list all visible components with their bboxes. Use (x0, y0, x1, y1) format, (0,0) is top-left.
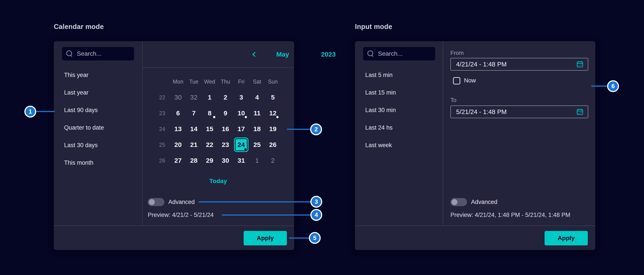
day-cell[interactable]: 10 (233, 105, 249, 121)
annotation-line-4 (222, 215, 310, 216)
search-input[interactable]: Search... (62, 47, 134, 61)
to-date-field[interactable]: 5/21/24 - 1:48 PM (450, 105, 588, 118)
to-label: To (450, 97, 456, 103)
day-cell[interactable]: 11 (249, 105, 265, 121)
now-checkbox[interactable] (453, 77, 460, 84)
day-cell[interactable]: 28 (186, 153, 202, 168)
day-cell[interactable]: 4 (249, 89, 265, 105)
sidebar-item[interactable]: Last week (355, 136, 443, 154)
day-cell[interactable]: 7 (186, 105, 202, 121)
sidebar-item[interactable]: Last 24 hs (355, 119, 443, 136)
day-cell[interactable]: 31 (233, 153, 249, 168)
day-cell[interactable]: 20 (170, 137, 186, 153)
annotation-line-5 (289, 238, 309, 239)
day-cell[interactable]: 25 (249, 137, 265, 153)
day-cell[interactable]: 5 (265, 89, 281, 105)
annotation-badge-6: 6 (607, 80, 619, 92)
weekday-header: Mon (170, 74, 186, 89)
weekday-header-spacer (154, 74, 170, 89)
weekday-header: Thu (218, 74, 233, 89)
day-cell[interactable]: 14 (186, 121, 202, 137)
day-cell[interactable]: 16 (218, 121, 233, 137)
quick-range-list: Last 5 minLast 15 minLast 30 minLast 24 … (355, 66, 443, 154)
annotation-line-1 (36, 111, 55, 112)
apply-button[interactable]: Apply (544, 231, 588, 245)
annotation-badge-2: 2 (310, 123, 322, 135)
from-label: From (450, 49, 464, 56)
day-cell[interactable]: 23 (218, 137, 233, 153)
day-cell[interactable]: 19 (265, 121, 281, 137)
day-cell[interactable]: 1 (202, 89, 218, 105)
from-date-field[interactable]: 4/21/24 - 1:48 PM (450, 58, 588, 71)
day-cell[interactable]: 2 (218, 89, 233, 105)
input-mode-title: Input mode (355, 23, 392, 31)
day-cell[interactable]: 21 (186, 137, 202, 153)
day-cell[interactable]: 17 (233, 121, 249, 137)
divider-header (142, 67, 294, 68)
day-cell[interactable]: 32 (186, 89, 202, 105)
calendar-header: May 2023 (142, 41, 294, 67)
day-cell[interactable]: 9 (218, 105, 233, 121)
advanced-toggle[interactable] (450, 198, 467, 206)
week-number: 26 (154, 153, 170, 168)
day-cell[interactable]: 12 (265, 105, 281, 121)
annotation-line-3 (199, 201, 310, 202)
advanced-label: Advanced (168, 199, 195, 206)
now-label: Now (464, 77, 476, 84)
to-date-value: 5/21/24 - 1:48 PM (456, 108, 576, 116)
event-dot-icon (276, 116, 278, 118)
day-cell-selected[interactable]: 24 (233, 137, 249, 153)
search-input[interactable]: Search... (363, 47, 436, 61)
advanced-label: Advanced (471, 199, 498, 206)
divider-footer (54, 226, 294, 226)
calendar-mode-panel: Search... This yearLast yearLast 90 days… (54, 41, 294, 250)
sidebar-item[interactable]: Quarter to date (54, 119, 142, 136)
search-icon (368, 50, 374, 57)
sidebar-item[interactable]: This month (54, 154, 142, 172)
day-cell[interactable]: 27 (170, 153, 186, 168)
sidebar-item[interactable]: This year (54, 66, 142, 84)
chevron-left-icon (252, 52, 258, 57)
day-cell[interactable]: 13 (170, 121, 186, 137)
week-number: 22 (154, 89, 170, 105)
month-button[interactable]: May (276, 51, 289, 58)
sidebar-item[interactable]: Last 30 days (54, 136, 142, 154)
day-cell[interactable]: 18 (249, 121, 265, 137)
calendar-mode-title: Calendar mode (54, 23, 104, 31)
search-placeholder: Search... (77, 50, 102, 57)
today-link[interactable]: Today (210, 178, 227, 185)
year-button[interactable]: 2023 (321, 51, 336, 58)
day-cell[interactable]: 3 (233, 89, 249, 105)
sidebar-item[interactable]: Last 90 days (54, 101, 142, 119)
calendar-icon[interactable] (576, 60, 584, 68)
day-cell[interactable]: 22 (202, 137, 218, 153)
weekday-header: Sat (249, 74, 265, 89)
annotation-badge-4: 4 (310, 209, 322, 221)
day-cell[interactable]: 26 (265, 137, 281, 153)
divider-footer (355, 226, 595, 226)
day-cell[interactable]: 1 (249, 153, 265, 168)
divider-vertical (443, 41, 443, 226)
toggle-knob-icon (149, 199, 155, 205)
calendar-icon[interactable] (576, 108, 584, 116)
day-cell[interactable]: 29 (202, 153, 218, 168)
stage: Calendar mode Search... This yearLast ye… (0, 0, 644, 275)
day-cell[interactable]: 30 (218, 153, 233, 168)
annotation-badge-3: 3 (310, 196, 322, 208)
sidebar-item[interactable]: Last year (54, 84, 142, 101)
weekday-header: Tue (186, 74, 202, 89)
advanced-toggle[interactable] (148, 198, 164, 206)
annotation-line-6 (591, 85, 608, 87)
day-cell[interactable]: 8 (202, 105, 218, 121)
day-cell[interactable]: 30 (170, 89, 186, 105)
sidebar-item[interactable]: Last 5 min (355, 66, 443, 84)
day-cell[interactable]: 6 (170, 105, 186, 121)
annotation-badge-5: 5 (309, 232, 321, 244)
sidebar-item[interactable]: Last 15 min (355, 84, 443, 101)
day-cell[interactable]: 15 (202, 121, 218, 137)
sidebar-item[interactable]: Last 30 min (355, 101, 443, 119)
previous-month-button[interactable] (249, 49, 259, 59)
apply-button[interactable]: Apply (244, 231, 287, 245)
weekday-header: Fri (233, 74, 249, 89)
day-cell[interactable]: 2 (265, 153, 281, 168)
